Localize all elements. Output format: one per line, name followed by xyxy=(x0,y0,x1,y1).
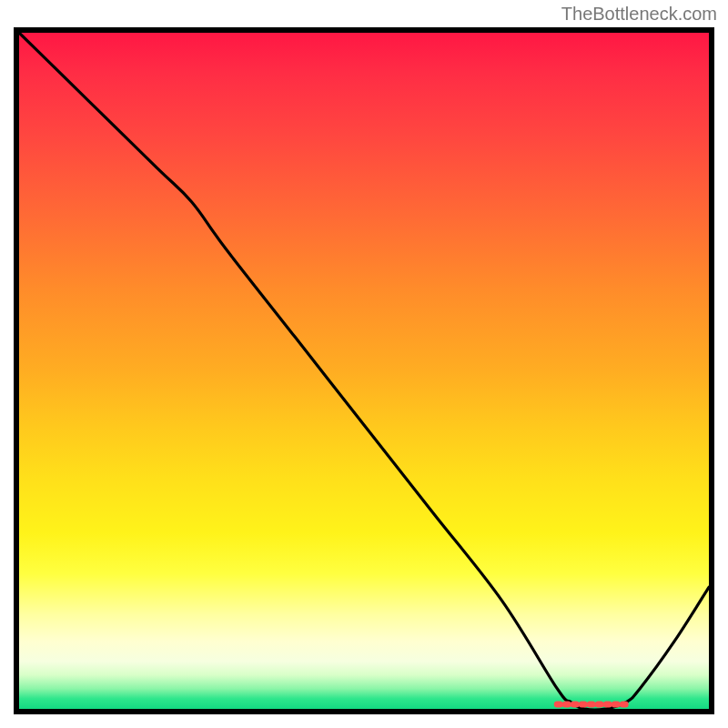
chart-container: TheBottleneck.com xyxy=(0,0,728,728)
sweet-spot-marker xyxy=(19,33,709,709)
attribution-text: TheBottleneck.com xyxy=(561,4,717,25)
plot-area xyxy=(14,27,714,714)
